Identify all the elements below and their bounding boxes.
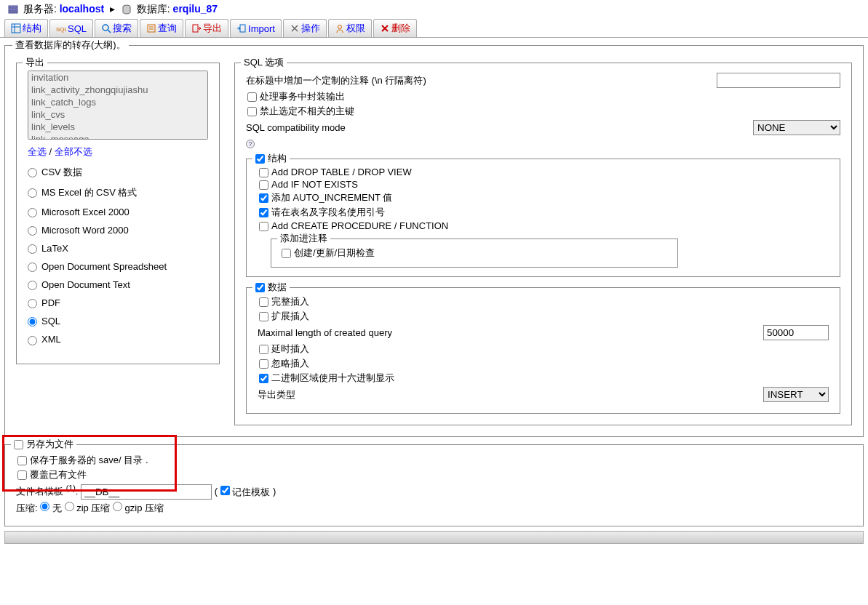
comments-fieldset: 添加进注释 创建/更新/日期检查 [271, 239, 678, 268]
table-select[interactable]: invitation link_activity_zhongqiujiashu … [28, 71, 208, 140]
format-latex[interactable]: LaTeX [28, 243, 208, 254]
saveas-legend: 另存为文件 [26, 438, 73, 451]
tab-drop[interactable]: 删除 [373, 19, 417, 37]
footer-bar [4, 531, 864, 544]
deselect-all-link[interactable]: 全部不选 [55, 146, 92, 157]
ignore-check[interactable]: 忽略插入 [258, 357, 829, 370]
query-icon [146, 23, 156, 33]
svg-rect-10 [148, 25, 155, 32]
drop-icon [380, 23, 390, 33]
tab-operations[interactable]: 操作 [283, 19, 327, 37]
auto-increment-check[interactable]: 添加 AUTO_INCREMENT 值 [258, 191, 829, 204]
compression-none[interactable]: 无 [40, 502, 62, 513]
format-csv[interactable]: CSV 数据 [28, 166, 208, 179]
max-len-input[interactable] [763, 325, 829, 340]
disable-fk-check[interactable]: 禁止选定不相关的主键 [246, 105, 840, 118]
svg-text:SQL: SQL [56, 26, 66, 33]
tab-sql[interactable]: SQLSQL [49, 19, 93, 37]
template-label: 文件名模板 [16, 486, 63, 497]
header-comment-input[interactable] [717, 73, 840, 88]
data-toggle[interactable] [255, 283, 265, 292]
dump-legend: 查看数据库的转存(大纲)。 [12, 39, 129, 52]
delayed-check[interactable]: 延时插入 [258, 342, 829, 356]
tab-structure[interactable]: 结构 [4, 19, 48, 37]
svg-rect-13 [193, 25, 198, 32]
server-icon [7, 4, 19, 15]
tab-export[interactable]: 导出 [185, 19, 228, 37]
saveas-toggle[interactable] [14, 440, 23, 449]
compat-mode-label: SQL compatibility mode [246, 122, 346, 133]
compression-gzip[interactable]: gzip 压缩 [113, 502, 164, 513]
remember-check[interactable]: 记住模板 [220, 486, 271, 497]
if-not-exists-check[interactable]: Add IF NOT EXISTS [258, 179, 829, 190]
format-odt[interactable]: Open Document Text [28, 279, 208, 290]
structure-legend: 结构 [268, 152, 287, 165]
svg-rect-14 [240, 25, 245, 32]
server-label: 服务器: [23, 3, 57, 15]
structure-fieldset: 结构 Add DROP TABLE / DROP VIEW Add IF NOT… [246, 159, 840, 277]
dump-fieldset: 查看数据库的转存(大纲)。 导出 invitation link_activit… [4, 45, 864, 437]
hex-blob-check[interactable]: 二进制区域使用十六进制显示 [258, 372, 829, 385]
database-link[interactable]: erqilu_87 [173, 3, 218, 15]
table-option: invitation [28, 71, 207, 84]
transaction-check[interactable]: 处理事务中封装输出 [246, 90, 840, 103]
help-icon[interactable]: ? [246, 140, 255, 148]
database-label: 数据库: [137, 3, 170, 15]
svg-line-9 [108, 30, 111, 33]
tab-query[interactable]: 查询 [140, 19, 183, 37]
sql-icon: SQL [56, 23, 66, 33]
dates-check[interactable]: 创建/更新/日期检查 [280, 247, 669, 260]
table-option: link_cvs [28, 108, 207, 121]
server-link[interactable]: localhost [60, 3, 104, 15]
export-box: 导出 invitation link_activity_zhongqiujias… [16, 63, 220, 364]
drop-table-check[interactable]: Add DROP TABLE / DROP VIEW [258, 167, 829, 177]
complete-insert-check[interactable]: 完整插入 [258, 295, 829, 308]
svg-rect-0 [9, 6, 17, 8]
format-xml[interactable]: XML [28, 334, 208, 345]
compression-zip[interactable]: zip 压缩 [65, 502, 111, 513]
extended-insert-check[interactable]: 扩展插入 [258, 310, 829, 323]
breadcrumb-separator-icon: ▸ [110, 3, 115, 15]
template-input[interactable] [81, 484, 212, 500]
tab-bar: 结构 SQLSQL 搜索 查询 导出 Import 操作 权限 删除 [0, 19, 868, 38]
table-option: link_activity_zhongqiujiashu [28, 84, 207, 96]
export-legend: 导出 [23, 56, 47, 69]
sql-options-legend: SQL 选项 [241, 56, 287, 69]
save-server-check[interactable]: 保存于服务器的 save/ 目录 . [16, 454, 852, 467]
svg-rect-2 [9, 12, 17, 13]
saveas-fieldset: 另存为文件 保存于服务器的 save/ 目录 . 覆盖已有文件 文件名模板 (1… [4, 444, 864, 526]
overwrite-check[interactable]: 覆盖已有文件 [16, 468, 852, 481]
comments-legend: 添加进注释 [277, 232, 330, 245]
select-all-link[interactable]: 全选 [28, 146, 47, 157]
compat-mode-select[interactable]: NONE [753, 120, 840, 135]
format-ods[interactable]: Open Document Spreadsheet [28, 261, 208, 272]
table-option: link_message [28, 133, 207, 140]
privileges-icon [335, 23, 345, 33]
structure-icon [11, 23, 21, 33]
header-comment-label: 在标题中增加一个定制的注释 (\n 行隔离符) [246, 74, 426, 87]
procedure-check[interactable]: Add CREATE PROCEDURE / FUNCTION [258, 220, 829, 231]
sql-options-box: SQL 选项 在标题中增加一个定制的注释 (\n 行隔离符) 处理事务中封装输出… [234, 63, 852, 425]
format-csv-excel[interactable]: MS Excel 的 CSV 格式 [28, 186, 208, 199]
table-option: link_levels [28, 121, 207, 133]
tab-search[interactable]: 搜索 [95, 19, 138, 37]
import-icon [236, 23, 247, 33]
data-fieldset: 数据 完整插入 扩展插入 Maximal length of created q… [246, 287, 840, 414]
svg-rect-1 [9, 9, 17, 11]
tab-import[interactable]: Import [230, 19, 282, 37]
backquotes-check[interactable]: 请在表名及字段名使用引号 [258, 206, 829, 219]
format-word2000[interactable]: Microsoft Word 2000 [28, 225, 208, 236]
svg-rect-4 [12, 24, 20, 33]
format-excel2000[interactable]: Microsoft Excel 2000 [28, 207, 208, 217]
tab-privileges[interactable]: 权限 [328, 19, 372, 37]
structure-toggle[interactable] [255, 154, 265, 164]
database-icon [121, 4, 132, 15]
compression-label: 压缩: [16, 502, 38, 513]
operations-icon [290, 23, 300, 33]
data-legend: 数据 [268, 281, 287, 294]
search-icon [101, 23, 111, 33]
export-type-select[interactable]: INSERT [763, 387, 829, 402]
format-sql[interactable]: SQL [28, 316, 208, 326]
format-pdf[interactable]: PDF [28, 297, 208, 308]
table-option: link_catch_logs [28, 96, 207, 108]
